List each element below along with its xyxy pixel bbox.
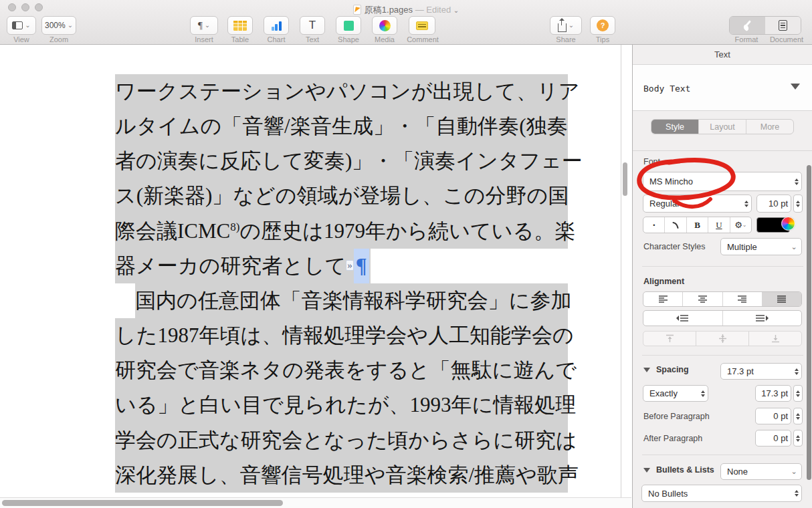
- document-text[interactable]: ワークステーションやパソコンが出現して、リア ルタイムの「音響/楽音生成」・「自…: [115, 74, 568, 493]
- font-weight-stepper[interactable]: [741, 195, 751, 212]
- text-line[interactable]: 研究会で音楽ネタの発表をすると「無駄に遊んで: [115, 353, 568, 388]
- align-left-button[interactable]: [643, 292, 682, 306]
- spacing-mode-dropdown[interactable]: Exactly: [643, 385, 708, 402]
- bullets-value: None: [721, 467, 787, 477]
- align-right-button[interactable]: [722, 292, 762, 306]
- media-button[interactable]: [372, 16, 397, 35]
- document-label: Document: [765, 35, 809, 43]
- character-styles-dropdown[interactable]: Multiple ⌄: [720, 238, 802, 255]
- text-line[interactable]: ス(新楽器)」などの領域が登場し、この分野の国: [115, 178, 568, 213]
- font-size-stepper[interactable]: [793, 195, 803, 213]
- selected-text: 者の演奏に反応して変奏)」・「演奏インタフェー: [115, 144, 568, 178]
- font-size-field[interactable]: 10 pt: [756, 195, 791, 213]
- font-family-dropdown[interactable]: MS Mincho: [643, 172, 802, 191]
- panel-scrollbar[interactable]: [807, 165, 811, 480]
- chart-button[interactable]: [264, 16, 289, 35]
- window-chrome: 原稿1.pages — Edited ⌄ ⌄ View 300% ⌄ Zoom …: [0, 0, 812, 45]
- align-justify-button[interactable]: [762, 292, 801, 306]
- advanced-options-button[interactable]: ⚙ ⌄: [730, 217, 751, 233]
- text-line[interactable]: ルタイムの「音響/楽音生成」・「自動伴奏(独奏: [115, 109, 568, 144]
- share-button[interactable]: ⌄: [550, 16, 582, 35]
- bold-button[interactable]: •: [643, 217, 664, 233]
- align-top-button[interactable]: [643, 332, 696, 346]
- paragraph-mark: ¶: [354, 249, 369, 283]
- view-button[interactable]: ⌄: [7, 16, 36, 35]
- title-chevron-down-icon[interactable]: ⌄: [453, 7, 459, 14]
- underline-button[interactable]: U: [708, 217, 729, 233]
- bold-dot-icon: •: [653, 222, 655, 229]
- spacing-dropdown[interactable]: 17.3 pt: [720, 363, 802, 380]
- page-right-edge: [621, 45, 621, 497]
- selected-text: ワークステーションやパソコンが出現して、リア: [115, 74, 568, 109]
- before-paragraph-field[interactable]: 0 pt: [755, 408, 791, 424]
- spacing-disclosure-icon[interactable]: [643, 368, 650, 372]
- tips-button[interactable]: ?: [590, 16, 615, 35]
- text-line[interactable]: 器メーカの研究者として»¶: [115, 249, 568, 283]
- tab-style[interactable]: Style: [651, 120, 698, 134]
- text-line[interactable]: した1987年頃は、情報処理学会や人工知能学会の: [115, 318, 568, 353]
- tab-more[interactable]: More: [746, 120, 793, 134]
- font-section-label: Font: [643, 157, 660, 166]
- document-button[interactable]: [765, 17, 801, 34]
- after-paragraph-field[interactable]: 0 pt: [755, 430, 791, 447]
- table-label: Table: [227, 35, 253, 43]
- before-paragraph-stepper[interactable]: [793, 408, 803, 424]
- comment-icon: [416, 21, 428, 30]
- paragraph-style-name: Body Text: [643, 84, 690, 94]
- bullet-style-value: No Bullets: [642, 489, 791, 499]
- horizontal-scrollbar-track[interactable]: [0, 497, 631, 508]
- selected-text: 際会議ICMC8)の歴史は1979年から続いている。楽: [115, 214, 568, 249]
- spacing-mode-stepper[interactable]: [698, 386, 708, 401]
- italic-button[interactable]: [664, 217, 686, 233]
- bold-b-button[interactable]: B: [686, 217, 708, 233]
- align-middle-button[interactable]: [696, 332, 748, 346]
- text-line[interactable]: 学会の正式な研究会となった頃からさらに研究は: [115, 423, 568, 458]
- paragraph-style-selector[interactable]: Body Text: [633, 64, 812, 111]
- line-spacing-field[interactable]: 17.3 pt: [755, 385, 791, 402]
- text-line[interactable]: 者の演奏に反応して変奏)」・「演奏インタフェー: [115, 144, 568, 178]
- align-bottom-button[interactable]: [748, 332, 801, 346]
- shape-button[interactable]: [336, 16, 361, 35]
- after-paragraph-label: After Paragraph: [643, 434, 702, 443]
- character-styles-value: Multiple: [721, 242, 787, 252]
- text-line[interactable]: ワークステーションやパソコンが出現して、リア: [115, 74, 568, 109]
- bullets-dropdown[interactable]: None ⌄: [720, 463, 802, 480]
- align-center-icon: [698, 295, 708, 303]
- bullet-style-dropdown[interactable]: No Bullets: [641, 485, 802, 502]
- after-paragraph-stepper[interactable]: [793, 430, 803, 447]
- edited-badge: — Edited: [415, 5, 451, 15]
- italic-stroke-icon: [672, 221, 680, 229]
- bullet-style-stepper[interactable]: [791, 485, 801, 501]
- horizontal-scrollbar-thumb[interactable]: [2, 500, 283, 506]
- text-button[interactable]: T: [300, 16, 325, 35]
- chart-label: Chart: [264, 35, 289, 43]
- format-inspector-panel: Text Body Text Style Layout More Font MS…: [632, 45, 812, 508]
- tab-layout[interactable]: Layout: [698, 120, 746, 134]
- align-center-button[interactable]: [682, 292, 722, 306]
- font-weight-dropdown[interactable]: Regular: [643, 195, 752, 213]
- line-spacing-stepper[interactable]: [793, 385, 803, 402]
- character-styles-label: Character Styles: [643, 242, 705, 251]
- increase-indent-button[interactable]: [722, 311, 802, 326]
- color-wheel-button[interactable]: [781, 217, 795, 231]
- comment-button[interactable]: [409, 16, 435, 35]
- text-line[interactable]: いる」と白い目で見られたが、1993年に情報処理: [115, 388, 568, 422]
- table-button[interactable]: [227, 16, 253, 35]
- spacing-stepper[interactable]: [791, 364, 801, 379]
- format-button[interactable]: [730, 17, 765, 34]
- font-family-stepper[interactable]: [791, 172, 801, 190]
- comment-label: Comment: [405, 35, 440, 43]
- selected-text: いる」と白い目で見られたが、1993年に情報処理: [115, 388, 568, 422]
- document-vertical-scrollbar[interactable]: [623, 162, 627, 196]
- document-canvas[interactable]: ワークステーションやパソコンが出現して、リア ルタイムの「音響/楽音生成」・「自…: [0, 45, 631, 497]
- text-line[interactable]: 深化発展し、音響信号処理や音楽検索/推薦や歌声: [115, 458, 568, 493]
- bullets-disclosure-icon[interactable]: [643, 468, 650, 473]
- decrease-indent-button[interactable]: [643, 311, 722, 326]
- zoom-button[interactable]: 300% ⌄: [41, 16, 76, 35]
- footnote-ref: 8): [230, 220, 239, 233]
- paragraph-style-disclosure-icon: [791, 84, 800, 90]
- tips-label: Tips: [590, 35, 615, 43]
- insert-button[interactable]: ¶ ⌄: [190, 16, 218, 35]
- text-line[interactable]: 際会議ICMC8)の歴史は1979年から続いている。楽: [115, 214, 568, 249]
- text-line[interactable]: 国内の任意団体「音楽情報科学研究会」に参加: [115, 283, 568, 318]
